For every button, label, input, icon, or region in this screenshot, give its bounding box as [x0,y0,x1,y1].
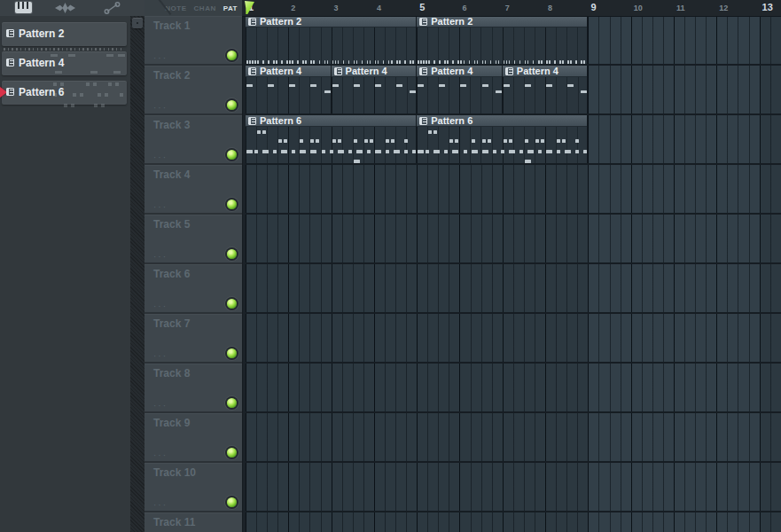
note-preview-mark [509,60,511,64]
clip-pattern-icon [248,117,256,125]
pattern-clip[interactable]: Pattern 6 [417,115,588,163]
note-preview-mark [300,139,303,143]
pattern-preview-mark [101,104,105,107]
track-enable-led[interactable] [227,497,237,507]
track-header[interactable]: Track 9··· [144,413,242,463]
pattern-clip[interactable]: Pattern 4 [332,66,418,113]
track-enable-led[interactable] [227,200,237,209]
track-enable-led[interactable] [227,398,237,408]
clip-body [246,77,331,113]
note-preview-mark [268,84,274,87]
track-header[interactable]: Track 4··· [144,165,242,215]
pattern-item[interactable]: Pattern 6 [2,81,127,105]
track-header[interactable]: Track 10··· [144,463,242,512]
track-header[interactable]: Track 3··· [144,115,242,165]
mode-chan[interactable]: CHAN [194,4,216,12]
note-preview-mark [354,139,357,143]
clip-body [417,77,502,113]
note-preview-mark [533,60,535,64]
pattern-preview-tick [28,48,30,51]
pattern-preview-tick [104,48,105,51]
timeline-ruler[interactable]: 12345678910111213 [242,0,781,17]
track-enable-led[interactable] [227,51,237,60]
note-preview-mark [386,150,389,153]
note-preview-mark [286,60,288,64]
note-preview-mark [530,150,534,153]
pattern-clip[interactable]: Pattern 4 [417,66,503,113]
note-preview-mark [281,60,283,64]
note-preview-mark [496,60,497,64]
vertical-scrollbar[interactable] [130,16,144,532]
playlist-grid[interactable]: Pattern 2Pattern 2Pattern 4Pattern 4Patt… [242,16,781,532]
note-preview-mark [262,60,264,64]
pattern-item[interactable]: Pattern 2 [2,22,127,46]
note-preview-mark [310,60,312,64]
track-header[interactable]: Track 11··· [144,512,242,532]
note-preview-mark [348,150,352,153]
note-preview-mark [396,60,398,64]
picker-toolbar [0,0,144,16]
note-preview-mark [273,150,277,153]
note-preview-mark [254,60,256,64]
note-preview-mark [554,60,556,64]
track-menu-dots[interactable]: ··· [153,502,168,509]
track-menu-dots[interactable]: ··· [153,353,168,360]
note-preview-mark [509,139,512,143]
pattern-item[interactable]: Pattern 4 [2,51,127,75]
note-preview-mark [439,60,441,64]
clip-title-bar: Pattern 4 [503,66,588,77]
track-header[interactable]: Track 8··· [144,364,242,413]
ruler-bar-number: 5 [419,2,425,12]
note-preview-mark [535,139,539,143]
note-preview-mark [252,60,254,64]
track-header[interactable]: Track 1··· [144,16,242,66]
clip-name: Pattern 4 [431,66,473,76]
track-menu-dots[interactable]: ··· [153,204,168,211]
pattern-preview-mark [106,54,113,57]
note-preview-mark [581,60,582,64]
note-preview-mark [570,60,572,64]
track-menu-dots[interactable]: ··· [153,403,168,410]
track-enable-led[interactable] [227,249,237,259]
track-header[interactable]: Track 7··· [144,314,242,364]
note-preview-mark [562,60,564,64]
track-enable-led[interactable] [227,150,237,160]
track-menu-dots[interactable]: ··· [153,105,168,112]
pattern-clip[interactable]: Pattern 4 [246,66,332,113]
track-enable-led[interactable] [227,448,237,458]
ruler-bar-number: 11 [676,4,685,12]
pattern-clip[interactable]: Pattern 2 [417,16,588,64]
track-menu-dots[interactable]: ··· [153,303,168,310]
vertical-scrollbar-thumb[interactable] [132,18,143,28]
track-header[interactable]: Track 6··· [144,264,242,314]
waveform-icon[interactable] [55,3,75,13]
pattern-preview-mark [94,104,98,107]
note-preview-mark [418,60,419,64]
track-enable-led[interactable] [227,299,237,309]
mode-pat[interactable]: PAT [223,4,238,12]
track-enable-led[interactable] [227,348,237,358]
note-preview-mark [354,60,355,64]
pattern-clip[interactable]: Pattern 2 [246,16,417,64]
note-preview-mark [549,150,552,153]
note-preview-mark [538,60,540,64]
track-header[interactable]: Track 5··· [144,215,242,264]
track-menu-dots[interactable]: ··· [153,452,168,459]
track-menu-dots[interactable]: ··· [153,55,168,62]
note-preview-mark [410,60,411,64]
track-menu-dots[interactable]: ··· [153,154,168,161]
note-preview-mark [504,60,505,64]
track-enable-led[interactable] [227,100,237,110]
pattern-clip[interactable]: Pattern 4 [503,66,589,113]
track-header[interactable]: Track 2··· [144,66,242,115]
pattern-preview-mark [86,82,90,86]
pattern-preview-mark [118,54,125,57]
note-preview-mark [319,60,321,64]
slide-notes-icon[interactable] [104,2,121,14]
pattern-clip[interactable]: Pattern 6 [246,115,417,163]
track-menu-dots[interactable]: ··· [153,254,168,261]
pattern-preview-tick [12,48,13,51]
note-preview-mark [485,60,487,64]
piano-keys-icon[interactable] [15,2,32,13]
pattern-preview-tick [45,48,47,51]
